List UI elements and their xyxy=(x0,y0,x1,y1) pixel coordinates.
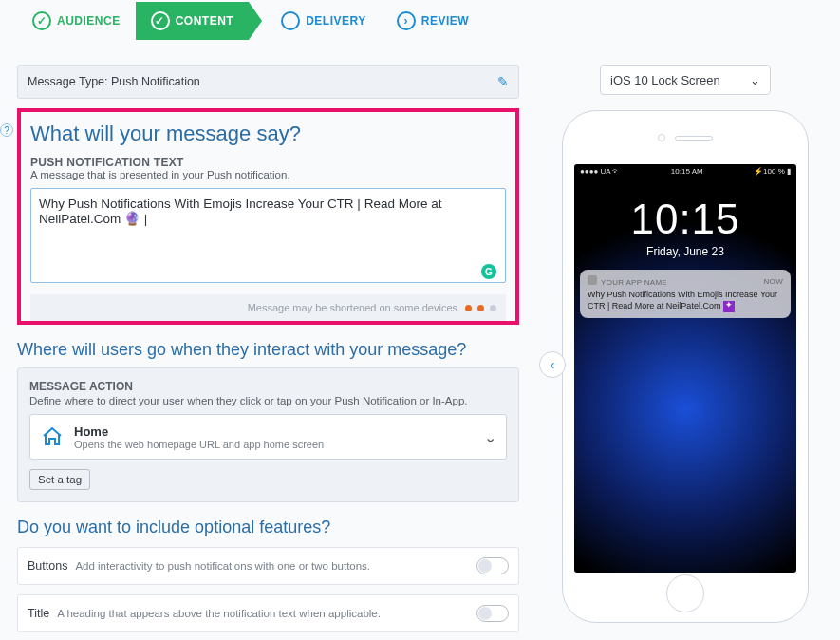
message-action-sub: Define where to direct your user when th… xyxy=(29,395,507,406)
speaker-icon xyxy=(675,136,713,141)
help-icon[interactable]: ? xyxy=(0,123,13,137)
shorten-warning-bar: Message may be shortened on some devices xyxy=(30,294,506,321)
chevron-right-icon: › xyxy=(397,11,416,30)
message-type-row[interactable]: Message Type: Push Notification ✎ xyxy=(17,65,519,99)
set-tag-button[interactable]: Set a tag xyxy=(29,469,90,490)
optional-title-row[interactable]: Title A heading that appears above the n… xyxy=(17,594,519,632)
dropdown-title: Home xyxy=(74,424,475,439)
message-action-panel: MESSAGE ACTION Define where to direct yo… xyxy=(17,367,519,502)
preview-select-value: iOS 10 Lock Screen xyxy=(610,73,720,87)
notif-app-name: YOUR APP NAME xyxy=(601,278,667,287)
dot-3[interactable] xyxy=(490,305,496,311)
lock-date: Friday, June 23 xyxy=(574,245,796,258)
status-carrier: ●●●● UA ᯤ xyxy=(580,167,620,176)
grammarly-icon[interactable]: G xyxy=(481,264,496,279)
emoji-icon xyxy=(723,301,735,312)
step-delivery[interactable]: DELIVERY xyxy=(266,2,382,40)
notif-time: now xyxy=(764,277,783,286)
preview-device-select[interactable]: iOS 10 Lock Screen ⌄ xyxy=(600,65,771,95)
toggle-title[interactable] xyxy=(476,605,509,622)
right-column: iOS 10 Lock Screen ⌄ ●●●● UA ᯤ 10:15 AM … xyxy=(548,65,823,623)
section-heading: Do you want to include optional features… xyxy=(17,518,519,537)
dropdown-sub: Opens the web homepage URL and app home … xyxy=(74,439,475,450)
step-review[interactable]: › REVIEW xyxy=(382,2,484,40)
section-heading: Where will users go when they interact w… xyxy=(17,340,519,360)
step-label: REVIEW xyxy=(421,14,469,28)
chevron-down-icon: ⌄ xyxy=(484,428,496,446)
optional-buttons-row[interactable]: Buttons Add interactivity to push notifi… xyxy=(17,547,519,585)
lock-time: 10:15 xyxy=(574,196,796,243)
shorten-warning-text: Message may be shortened on some devices xyxy=(248,302,457,313)
option-title: Title xyxy=(28,607,49,620)
section-heading: What will your message say? xyxy=(30,122,506,146)
collapse-preview-button[interactable]: ‹ xyxy=(539,351,566,378)
status-time: 10:15 AM xyxy=(671,167,703,176)
wizard-stepper: ✓ AUDIENCE ✓ CONTENT DELIVERY › REVIEW xyxy=(0,0,840,42)
circle-icon xyxy=(281,11,300,30)
notification-card: YOUR APP NAME now Why Push Notifications… xyxy=(580,270,791,318)
left-column: Message Type: Push Notification ✎ ? What… xyxy=(17,65,519,632)
phone-preview: ●●●● UA ᯤ 10:15 AM ⚡100 % ▮ 10:15 Friday… xyxy=(562,110,809,623)
status-battery: ⚡100 % ▮ xyxy=(754,167,791,176)
option-desc: A heading that appears above the notific… xyxy=(57,608,381,619)
notif-body-text: Why Push Notifications With Emojis Incre… xyxy=(588,290,777,311)
dot-2[interactable] xyxy=(477,305,484,311)
step-audience[interactable]: ✓ AUDIENCE xyxy=(17,2,136,40)
chevron-down-icon: ⌄ xyxy=(750,73,760,87)
step-content[interactable]: ✓ CONTENT xyxy=(136,2,250,40)
step-label: AUDIENCE xyxy=(57,14,121,28)
edit-icon[interactable]: ✎ xyxy=(497,74,509,89)
push-text-input[interactable] xyxy=(30,188,506,283)
step-label: DELIVERY xyxy=(306,14,366,28)
message-say-section: What will your message say? PUSH NOTIFIC… xyxy=(17,108,519,325)
message-action-label: MESSAGE ACTION xyxy=(29,380,507,393)
message-type-text: Message Type: Push Notification xyxy=(28,75,200,88)
camera-icon xyxy=(658,134,665,141)
message-action-dropdown[interactable]: Home Opens the web homepage URL and app … xyxy=(29,414,507,460)
check-icon: ✓ xyxy=(151,11,170,30)
toggle-buttons[interactable] xyxy=(476,557,509,574)
home-button-icon xyxy=(666,574,704,612)
push-text-label: PUSH NOTIFICATION TEXT xyxy=(30,156,506,169)
push-text-sub: A message that is presented in your Push… xyxy=(30,169,506,180)
step-label: CONTENT xyxy=(176,14,234,28)
option-desc: Add interactivity to push notifications … xyxy=(75,560,370,572)
home-icon xyxy=(40,424,65,449)
device-dots[interactable] xyxy=(465,305,496,311)
phone-screen: ●●●● UA ᯤ 10:15 AM ⚡100 % ▮ 10:15 Friday… xyxy=(574,164,796,573)
check-icon: ✓ xyxy=(32,11,51,30)
option-title: Buttons xyxy=(28,559,67,573)
app-icon xyxy=(588,275,597,285)
dot-1[interactable] xyxy=(465,305,472,311)
